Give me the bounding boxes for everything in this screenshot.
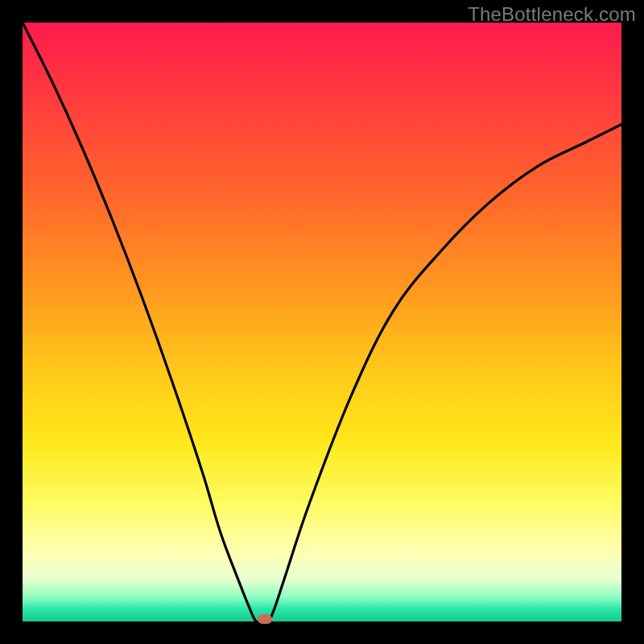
plot-area (23, 23, 621, 621)
chart-frame: TheBottleneck.com (0, 0, 644, 644)
watermark-text: TheBottleneck.com (468, 3, 636, 26)
bottleneck-curve (23, 23, 621, 621)
minimum-marker (258, 614, 272, 624)
